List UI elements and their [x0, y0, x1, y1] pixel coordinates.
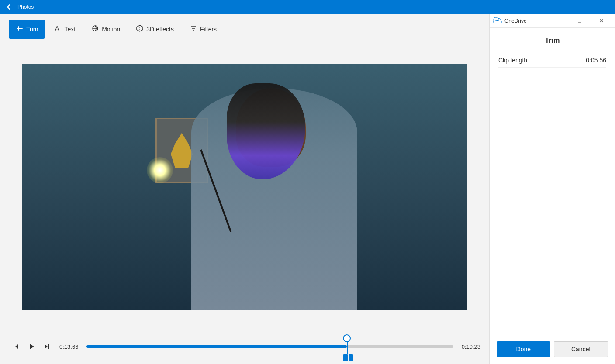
- tab-3d-effects-label: 3D effects: [146, 26, 174, 33]
- tab-trim-label: Trim: [26, 26, 38, 33]
- panel-spacer: [498, 68, 606, 325]
- tab-3d-effects[interactable]: 3D effects: [129, 20, 181, 39]
- editor-area: Trim A Text: [0, 14, 489, 364]
- done-button[interactable]: Done: [497, 341, 550, 357]
- end-time: 0:19.23: [459, 343, 480, 350]
- tab-text[interactable]: A Text: [47, 20, 83, 39]
- clip-length-label: Clip length: [498, 57, 527, 64]
- svg-text:A: A: [55, 25, 59, 32]
- tab-text-label: Text: [64, 26, 76, 33]
- panel-titlebar: OneDrive — □ ✕: [490, 14, 615, 28]
- onedrive-icon: [493, 17, 502, 24]
- panel-actions: Done Cancel: [490, 334, 615, 364]
- current-time: 0:13.66: [59, 343, 81, 350]
- panel-close-button[interactable]: ✕: [591, 14, 612, 28]
- timeline-track[interactable]: [86, 345, 453, 348]
- panel-titlebar-controls: — □ ✕: [548, 14, 612, 28]
- toolbar: Trim A Text: [0, 14, 489, 45]
- 3d-effects-icon: [136, 24, 144, 34]
- trim-panel-title: Trim: [498, 37, 606, 45]
- text-icon: A: [54, 24, 62, 34]
- tab-filters[interactable]: Filters: [183, 20, 224, 39]
- panel-logo: OneDrive: [493, 17, 548, 24]
- step-back-button[interactable]: [9, 340, 23, 354]
- svg-rect-2: [21, 26, 21, 31]
- trim-panel: Trim Clip length 0:05.56: [490, 28, 615, 334]
- panel-maximize-button[interactable]: □: [570, 14, 590, 28]
- app-body: Trim A Text: [0, 14, 615, 364]
- playback-controls: [9, 340, 54, 354]
- clip-info-row: Clip length 0:05.56: [498, 53, 606, 68]
- svg-rect-0: [17, 28, 23, 29]
- tab-trim[interactable]: Trim: [9, 20, 45, 39]
- back-button[interactable]: [3, 2, 14, 12]
- trim-flag-left[interactable]: [343, 354, 348, 361]
- clip-length-value: 0:05.56: [586, 57, 606, 64]
- tab-motion-label: Motion: [102, 26, 120, 33]
- trim-flags[interactable]: [343, 354, 353, 361]
- video-frame: [22, 64, 467, 310]
- svg-rect-1: [18, 26, 19, 31]
- filters-icon: [190, 24, 197, 34]
- timeline-area: 0:13.66 0:19.23: [0, 329, 489, 364]
- timeline-progress: [86, 345, 347, 348]
- play-button[interactable]: [24, 340, 38, 354]
- video-container: [0, 45, 489, 329]
- panel-minimize-button[interactable]: —: [548, 14, 568, 28]
- panel-title: OneDrive: [504, 18, 527, 24]
- title-bar: Photos: [0, 0, 615, 14]
- trim-icon: [16, 24, 24, 34]
- trim-flag-right[interactable]: [349, 354, 353, 361]
- tab-filters-label: Filters: [200, 26, 217, 33]
- step-forward-button[interactable]: [40, 340, 54, 354]
- wand-glow: [147, 157, 173, 183]
- svg-marker-5: [137, 25, 143, 31]
- video-background: [22, 64, 467, 310]
- wall-art: [171, 133, 193, 168]
- motion-icon: [91, 24, 99, 34]
- app-title: Photos: [17, 4, 34, 10]
- tab-motion[interactable]: Motion: [84, 20, 127, 39]
- trim-line: [347, 341, 348, 354]
- cancel-button[interactable]: Cancel: [554, 341, 608, 357]
- right-panel: OneDrive — □ ✕ Trim Clip length 0:05.56 …: [489, 14, 615, 364]
